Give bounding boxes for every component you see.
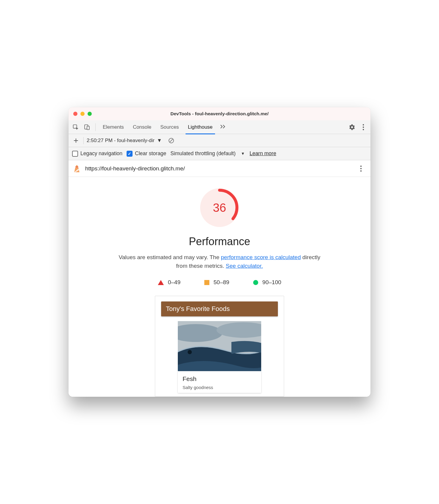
separator [95, 123, 96, 131]
report-body: 36 Performance Values are estimated and … [69, 177, 370, 397]
score-calc-link[interactable]: performance score is calculated [221, 254, 301, 260]
svg-rect-2 [87, 126, 89, 130]
legacy-nav-checkbox[interactable] [72, 151, 78, 157]
legacy-nav-label: Legacy navigation [80, 150, 122, 157]
device-toggle-icon[interactable] [82, 122, 92, 133]
svg-point-8 [360, 165, 362, 167]
window-minimize-button[interactable] [80, 112, 85, 116]
window-frame: DevTools - foul-heavenly-direction.glitc… [69, 107, 370, 397]
svg-point-15 [188, 350, 192, 354]
clear-storage-option[interactable]: Clear storage [127, 150, 166, 157]
category-title: Performance [83, 235, 356, 248]
titlebar: DevTools - foul-heavenly-direction.glitc… [69, 107, 370, 120]
svg-point-3 [363, 124, 364, 125]
see-calculator-link[interactable]: See calculator. [226, 263, 263, 269]
traffic-lights [69, 112, 92, 116]
window-close-button[interactable] [73, 112, 77, 116]
throttling-select[interactable]: Simulated throttling (default) [170, 150, 236, 157]
lighthouse-logo-icon [73, 164, 81, 173]
report-menu-icon[interactable] [356, 163, 366, 174]
legend-pass-label: 90–100 [262, 279, 281, 286]
report-selector-label: 2:50:27 PM - foul-heavenly-dir [87, 138, 155, 144]
throttling-label: Simulated throttling (default) [170, 150, 236, 157]
legend-fail: 0–49 [158, 279, 180, 286]
svg-point-9 [360, 168, 362, 169]
separator [83, 137, 84, 144]
lighthouse-settings-bar: Legacy navigation Clear storage Simulate… [69, 147, 370, 160]
clear-storage-label: Clear storage [135, 150, 166, 157]
screenshot-card: Fesh Salty goodness [178, 371, 261, 393]
window-title: DevTools - foul-heavenly-direction.glitc… [69, 111, 370, 116]
svg-rect-7 [76, 167, 78, 168]
legacy-nav-option[interactable]: Legacy navigation [72, 150, 122, 157]
tab-console[interactable]: Console [129, 120, 155, 134]
legend-average: 50–89 [204, 279, 229, 286]
kebab-menu-icon[interactable] [358, 122, 369, 133]
tabs-overflow-icon[interactable] [217, 124, 229, 130]
score-legend: 0–49 50–89 90–100 [83, 279, 356, 286]
learn-more-link[interactable]: Learn more [250, 150, 276, 157]
clear-storage-checkbox[interactable] [127, 151, 133, 157]
screenshot-header: Tony's Favorite Foods [161, 301, 278, 316]
filmstrip-screenshot: Tony's Favorite Foods Fesh [155, 296, 284, 397]
screenshot-card-title: Fesh [183, 375, 256, 382]
legend-fail-label: 0–49 [168, 279, 180, 286]
report-url: https://foul-heavenly-direction.glitch.m… [85, 165, 351, 172]
devtools-tabstrip: Elements Console Sources Lighthouse [69, 120, 370, 134]
clear-report-button[interactable] [167, 136, 176, 145]
screenshot-image [178, 321, 261, 371]
svg-point-4 [363, 126, 364, 127]
tab-sources[interactable]: Sources [156, 120, 183, 134]
legend-avg-label: 50–89 [214, 279, 229, 286]
category-description: Values are estimated and may vary. The p… [112, 253, 327, 270]
report-selector[interactable]: 2:50:27 PM - foul-heavenly-dir ▼ [87, 138, 162, 144]
new-report-button[interactable] [71, 136, 80, 145]
performance-gauge[interactable]: 36 [200, 188, 239, 227]
tab-elements[interactable]: Elements [99, 120, 128, 134]
desc-text: Values are estimated and may vary. The [119, 254, 221, 260]
screenshot-card-subtitle: Salty goodness [183, 385, 256, 390]
square-icon [204, 280, 209, 285]
circle-icon [253, 280, 258, 285]
chevron-down-icon: ▼ [241, 151, 245, 156]
chevron-down-icon: ▼ [157, 138, 162, 144]
triangle-icon [158, 280, 164, 285]
legend-pass: 90–100 [253, 279, 281, 286]
settings-gear-icon[interactable] [347, 122, 357, 133]
performance-score: 36 [200, 188, 239, 227]
lighthouse-toolbar: 2:50:27 PM - foul-heavenly-dir ▼ [69, 134, 370, 147]
svg-point-10 [360, 170, 362, 171]
tab-lighthouse[interactable]: Lighthouse [184, 120, 217, 134]
report-url-row: https://foul-heavenly-direction.glitch.m… [69, 160, 370, 177]
window-zoom-button[interactable] [88, 112, 92, 116]
inspect-element-icon[interactable] [70, 122, 81, 133]
svg-point-5 [363, 129, 364, 130]
